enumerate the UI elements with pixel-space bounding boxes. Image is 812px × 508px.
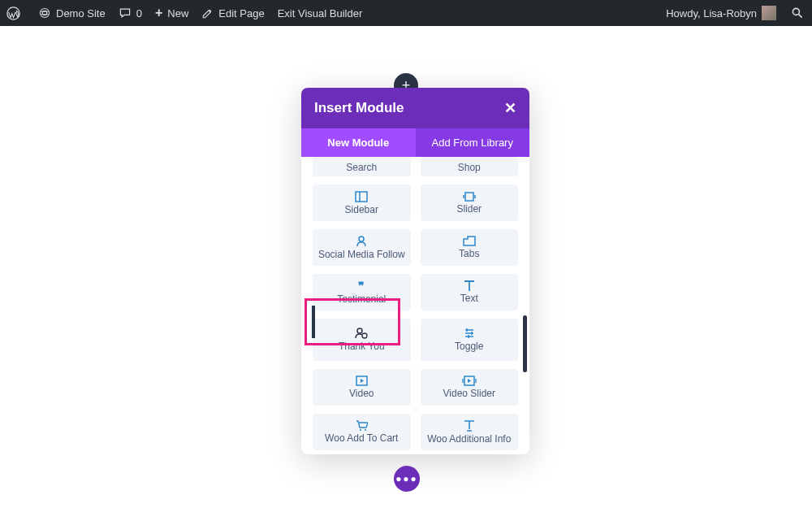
module-slider[interactable]: Slider [421,185,519,221]
site-name-label: Demo Site [56,7,106,20]
module-video[interactable]: Video [313,369,411,406]
person-check-icon [355,328,368,339]
home-icon [38,7,51,20]
builder-options-fab[interactable]: ●●● [394,466,420,492]
slider-icon [462,192,477,202]
avatar [762,6,776,20]
module-label: Search [346,162,377,173]
svg-point-8 [357,328,362,333]
module-thank-you[interactable]: Thank You [313,319,411,361]
new-label: New [167,7,188,20]
new-link[interactable]: + New [149,0,195,26]
module-shop[interactable]: Shop [421,157,519,176]
edit-page-link[interactable]: Edit Page [195,0,270,26]
module-label: Tabs [459,248,479,259]
module-search[interactable]: Search [313,157,411,176]
ellipsis-icon: ●●● [395,473,418,484]
text-icon [464,280,475,291]
module-label: Thank You [339,341,385,352]
module-label: Sidebar [345,204,378,215]
scrollbar-thumb[interactable] [523,315,527,372]
quote-icon: ❞ [358,280,365,292]
edit-page-label: Edit Page [218,7,264,20]
svg-rect-4 [356,192,367,202]
wp-logo[interactable] [0,0,32,26]
wordpress-icon [6,7,20,20]
close-icon: ✕ [504,100,516,116]
howdy-label: Howdy, Lisa-Robyn [666,7,757,20]
comment-icon [119,7,132,20]
pencil-icon [201,7,214,20]
site-name[interactable]: Demo Site [32,0,112,26]
tab-new-module[interactable]: New Module [301,128,416,157]
module-label: Toggle [455,341,483,352]
svg-point-12 [360,429,361,431]
module-tabs[interactable]: Tabs [421,229,519,266]
toggle-icon [464,328,475,339]
module-label: Testimonial [337,293,386,305]
module-label: Woo Add To Cart [325,432,398,444]
module-social-media-follow[interactable]: Social Media Follow [313,229,411,266]
sidebar-icon [355,191,368,202]
video-icon [356,376,368,386]
cart-icon [356,420,368,431]
svg-rect-6 [465,193,473,201]
tab-add-from-library[interactable]: Add From Library [416,128,530,157]
tabs-icon [463,236,476,246]
comments-link[interactable]: 0 [112,0,149,26]
module-label: Social Media Follow [318,249,405,260]
plus-icon: + [155,7,162,20]
video-slider-icon [462,376,477,386]
search-toggle[interactable] [783,0,812,26]
person-icon [356,236,367,247]
module-woo-additional-info[interactable]: Woo Additional Info [421,414,519,450]
wp-bar-left: Demo Site 0 + New Edit Page Exit Visual … [0,0,369,26]
wp-bar-right: Howdy, Lisa-Robyn [659,0,812,26]
modal-header: Insert Module ✕ [301,88,529,128]
module-woo-add-to-cart[interactable]: Woo Add To Cart [313,414,411,450]
modal-title: Insert Module [314,100,404,116]
module-label: Slider [456,203,482,215]
svg-point-3 [793,8,799,15]
module-label: Video [349,388,374,399]
howdy-account[interactable]: Howdy, Lisa-Robyn [659,0,783,26]
modal-close-button[interactable]: ✕ [504,99,516,117]
module-text[interactable]: Text [421,274,519,310]
module-list: Search Shop Sidebar Slider Social Media … [301,157,529,454]
module-label: Woo Additional Info [427,433,511,445]
svg-point-13 [365,429,366,431]
module-video-slider[interactable]: Video Slider [421,369,519,406]
svg-point-9 [362,333,367,338]
insert-module-modal: Insert Module ✕ New Module Add From Libr… [301,88,529,454]
module-sidebar[interactable]: Sidebar [313,185,411,221]
comments-count: 0 [136,7,142,20]
svg-point-7 [359,237,364,241]
module-toggle[interactable]: Toggle [421,319,519,361]
module-label: Shop [458,162,481,173]
module-grid: Search Shop Sidebar Slider Social Media … [313,157,518,454]
exit-vb-label: Exit Visual Builder [278,7,363,20]
module-testimonial[interactable]: ❞ Testimonial [313,274,411,310]
info-icon [464,420,475,432]
modal-tabs: New Module Add From Library [301,128,529,157]
exit-visual-builder[interactable]: Exit Visual Builder [271,0,369,26]
wp-admin-bar: Demo Site 0 + New Edit Page Exit Visual … [0,0,812,26]
svg-point-1 [40,8,49,17]
search-icon [791,7,804,20]
module-label: Text [460,293,478,304]
module-label: Video Slider [443,388,496,399]
